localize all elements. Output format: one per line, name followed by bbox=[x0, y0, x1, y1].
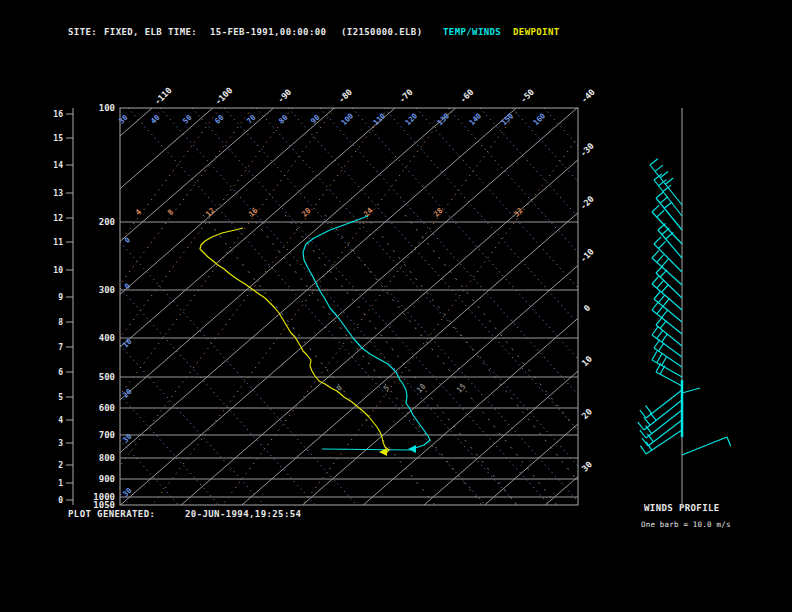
winds-profile-plot bbox=[638, 108, 731, 508]
svg-text:-20: -20 bbox=[578, 194, 596, 212]
svg-text:60: 60 bbox=[213, 113, 226, 126]
svg-text:7: 7 bbox=[58, 343, 63, 352]
svg-text:-70: -70 bbox=[397, 87, 415, 105]
svg-text:8: 8 bbox=[165, 207, 175, 217]
svg-text:10: 10 bbox=[53, 266, 63, 275]
svg-text:13: 13 bbox=[53, 189, 63, 198]
svg-text:150: 150 bbox=[499, 111, 515, 127]
svg-text:14: 14 bbox=[53, 161, 63, 170]
svg-text:1050: 1050 bbox=[93, 500, 115, 510]
svg-text:0: 0 bbox=[58, 496, 63, 505]
isotherm-labels: -110-100-90-80-70-60-50-40-30-20-1001020… bbox=[152, 85, 597, 474]
isotherm-lines bbox=[0, 108, 792, 505]
svg-text:24: 24 bbox=[362, 206, 375, 219]
svg-text:30: 30 bbox=[117, 113, 130, 126]
temp-trace-arrowhead bbox=[408, 445, 416, 453]
moist-adiabat-labels: 051015 bbox=[334, 382, 467, 395]
svg-text:3: 3 bbox=[58, 439, 63, 448]
svg-text:4: 4 bbox=[58, 416, 63, 425]
dry-adiabat-lines bbox=[120, 108, 792, 505]
svg-text:900: 900 bbox=[99, 474, 115, 484]
svg-text:700: 700 bbox=[99, 430, 115, 440]
svg-text:16: 16 bbox=[53, 110, 63, 119]
svg-text:28: 28 bbox=[432, 206, 445, 219]
svg-text:-60: -60 bbox=[458, 87, 476, 105]
svg-text:200: 200 bbox=[99, 217, 115, 227]
svg-text:2: 2 bbox=[58, 461, 63, 470]
skewt-chart-svg: 1002003004005006007008009001000105001234… bbox=[0, 0, 792, 612]
skewt-application-window: { "header": { "site_label": "SITE:", "si… bbox=[0, 0, 792, 612]
svg-text:20: 20 bbox=[580, 407, 594, 421]
svg-text:11: 11 bbox=[53, 238, 63, 247]
svg-text:40: 40 bbox=[149, 113, 162, 126]
svg-text:9: 9 bbox=[58, 293, 63, 302]
svg-text:0: 0 bbox=[582, 303, 593, 314]
svg-text:100: 100 bbox=[99, 103, 115, 113]
svg-text:-40: -40 bbox=[579, 87, 597, 105]
svg-text:90: 90 bbox=[309, 113, 322, 126]
svg-text:12: 12 bbox=[204, 206, 217, 219]
svg-text:-110: -110 bbox=[152, 85, 174, 107]
svg-text:4: 4 bbox=[133, 207, 143, 217]
svg-text:10: 10 bbox=[415, 382, 428, 395]
pressure-axis-labels: 10020030040050060070080090010001050 bbox=[93, 103, 115, 510]
svg-text:160: 160 bbox=[531, 111, 547, 127]
svg-text:400: 400 bbox=[99, 333, 115, 343]
svg-text:16: 16 bbox=[247, 206, 260, 219]
svg-text:-10: -10 bbox=[578, 246, 596, 264]
svg-text:30: 30 bbox=[580, 459, 594, 473]
svg-text:50: 50 bbox=[181, 113, 194, 126]
svg-text:-30: -30 bbox=[578, 141, 596, 159]
svg-text:20: 20 bbox=[300, 206, 313, 219]
dewpoint-trace bbox=[200, 228, 389, 456]
svg-text:-100: -100 bbox=[213, 85, 235, 107]
svg-text:800: 800 bbox=[99, 453, 115, 463]
dry-adiabat-labels: 3040506070809010011012013014015016000102… bbox=[117, 111, 548, 499]
moist-adiabat-lines bbox=[203, 215, 637, 505]
svg-text:80: 80 bbox=[277, 113, 290, 126]
svg-text:-80: -80 bbox=[336, 87, 354, 105]
svg-text:15: 15 bbox=[455, 382, 468, 395]
svg-text:0: 0 bbox=[334, 383, 344, 393]
svg-text:-50: -50 bbox=[518, 87, 536, 105]
svg-text:500: 500 bbox=[99, 372, 115, 382]
svg-text:300: 300 bbox=[99, 285, 115, 295]
height-km-axis: 012345678910111213141516 bbox=[53, 108, 73, 505]
svg-text:100: 100 bbox=[339, 111, 355, 127]
svg-text:600: 600 bbox=[99, 403, 115, 413]
svg-text:120: 120 bbox=[403, 111, 419, 127]
temp-trace bbox=[303, 216, 430, 453]
svg-text:140: 140 bbox=[467, 111, 483, 127]
svg-text:12: 12 bbox=[53, 214, 63, 223]
chart-grid-families bbox=[0, 108, 792, 505]
mixing-ratio-lines bbox=[0, 108, 600, 505]
svg-text:1: 1 bbox=[58, 479, 63, 488]
svg-text:15: 15 bbox=[53, 134, 63, 143]
svg-text:0: 0 bbox=[122, 235, 132, 245]
svg-text:8: 8 bbox=[58, 318, 63, 327]
svg-text:-90: -90 bbox=[275, 87, 293, 105]
svg-text:5: 5 bbox=[58, 393, 63, 402]
svg-text:6: 6 bbox=[58, 368, 63, 377]
svg-text:110: 110 bbox=[371, 111, 387, 127]
mixing-ratio-labels: 48121620242832 bbox=[133, 206, 524, 219]
svg-text:10: 10 bbox=[580, 354, 594, 368]
